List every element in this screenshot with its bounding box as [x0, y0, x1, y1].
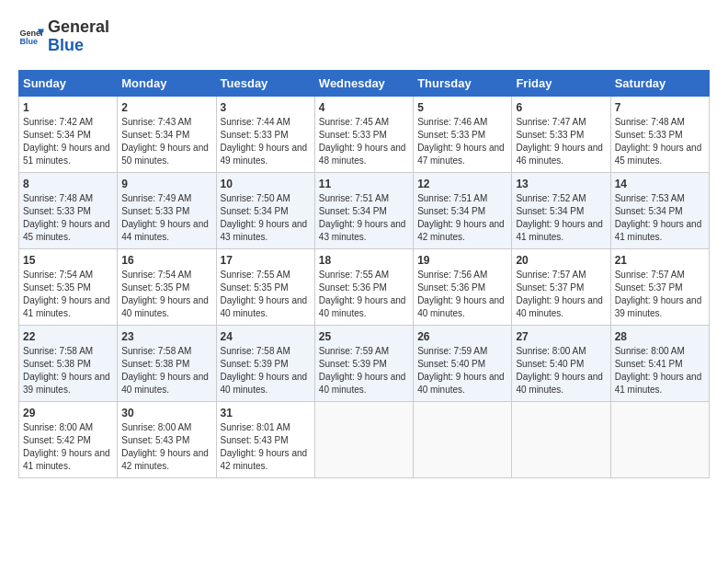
calendar-cell: 23 Sunrise: 7:58 AM Sunset: 5:38 PM Dayl…	[118, 325, 216, 401]
day-number: 14	[615, 178, 705, 190]
calendar-cell	[610, 401, 709, 477]
day-number: 9	[121, 178, 211, 190]
weekday-header-wednesday: Wednesday	[314, 70, 413, 96]
calendar-cell: 21 Sunrise: 7:57 AM Sunset: 5:37 PM Dayl…	[610, 248, 709, 325]
sunrise-label: Sunrise: 7:54 AM	[23, 270, 93, 280]
day-info: Sunrise: 8:00 AM Sunset: 5:43 PM Dayligh…	[121, 421, 211, 473]
daylight-label: Daylight: 9 hours and 40 minutes.	[319, 372, 406, 395]
day-number: 12	[417, 178, 507, 190]
day-info: Sunrise: 7:47 AM Sunset: 5:33 PM Dayligh…	[516, 116, 606, 167]
sunrise-label: Sunrise: 7:46 AM	[417, 117, 487, 127]
calendar-cell: 2 Sunrise: 7:43 AM Sunset: 5:34 PM Dayli…	[118, 96, 216, 172]
sunrise-label: Sunrise: 7:53 AM	[615, 193, 685, 203]
sunset-label: Sunset: 5:33 PM	[121, 206, 189, 216]
calendar-week-row: 15 Sunrise: 7:54 AM Sunset: 5:35 PM Dayl…	[19, 248, 710, 325]
sunrise-label: Sunrise: 7:59 AM	[417, 346, 487, 356]
day-info: Sunrise: 7:55 AM Sunset: 5:36 PM Dayligh…	[319, 269, 409, 320]
day-number: 25	[319, 330, 409, 343]
calendar-cell: 12 Sunrise: 7:51 AM Sunset: 5:34 PM Dayl…	[414, 172, 512, 248]
sunrise-label: Sunrise: 8:00 AM	[516, 346, 586, 356]
day-number: 18	[319, 254, 409, 267]
day-info: Sunrise: 7:44 AM Sunset: 5:33 PM Dayligh…	[221, 116, 311, 167]
svg-text:Blue: Blue	[19, 37, 38, 46]
daylight-label: Daylight: 9 hours and 40 minutes.	[121, 295, 209, 318]
daylight-label: Daylight: 9 hours and 41 minutes.	[615, 372, 702, 395]
calendar-cell	[314, 401, 413, 477]
sunrise-label: Sunrise: 8:01 AM	[221, 422, 290, 432]
calendar-cell: 13 Sunrise: 7:52 AM Sunset: 5:34 PM Dayl…	[512, 172, 610, 248]
day-number: 3	[221, 101, 311, 114]
sunset-label: Sunset: 5:43 PM	[221, 435, 289, 445]
sunrise-label: Sunrise: 8:00 AM	[121, 422, 191, 432]
day-number: 13	[516, 178, 606, 190]
sunset-label: Sunset: 5:33 PM	[516, 130, 584, 140]
calendar-cell: 14 Sunrise: 7:53 AM Sunset: 5:34 PM Dayl…	[610, 172, 709, 248]
day-number: 20	[516, 254, 606, 267]
daylight-label: Daylight: 9 hours and 48 minutes.	[319, 143, 406, 166]
weekday-header-sunday: Sunday	[19, 70, 118, 96]
sunrise-label: Sunrise: 7:59 AM	[319, 346, 389, 356]
daylight-label: Daylight: 9 hours and 42 minutes.	[417, 219, 505, 242]
daylight-label: Daylight: 9 hours and 39 minutes.	[615, 295, 702, 318]
daylight-label: Daylight: 9 hours and 40 minutes.	[516, 295, 603, 318]
calendar-cell: 5 Sunrise: 7:46 AM Sunset: 5:33 PM Dayli…	[414, 96, 512, 172]
calendar-cell: 16 Sunrise: 7:54 AM Sunset: 5:35 PM Dayl…	[118, 248, 216, 325]
sunset-label: Sunset: 5:33 PM	[319, 130, 387, 140]
sunset-label: Sunset: 5:35 PM	[121, 282, 189, 293]
daylight-label: Daylight: 9 hours and 42 minutes.	[121, 448, 209, 471]
calendar-cell: 24 Sunrise: 7:58 AM Sunset: 5:39 PM Dayl…	[216, 325, 314, 401]
calendar-cell: 7 Sunrise: 7:48 AM Sunset: 5:33 PM Dayli…	[610, 96, 709, 172]
daylight-label: Daylight: 9 hours and 42 minutes.	[221, 448, 308, 471]
day-number: 24	[221, 330, 311, 343]
logo: General Blue General Blue	[18, 18, 109, 55]
sunrise-label: Sunrise: 7:42 AM	[23, 117, 93, 127]
daylight-label: Daylight: 9 hours and 49 minutes.	[221, 143, 308, 166]
daylight-label: Daylight: 9 hours and 40 minutes.	[221, 372, 308, 395]
day-number: 10	[221, 178, 311, 190]
sunset-label: Sunset: 5:33 PM	[615, 130, 683, 140]
daylight-label: Daylight: 9 hours and 40 minutes.	[221, 295, 308, 318]
day-info: Sunrise: 7:46 AM Sunset: 5:33 PM Dayligh…	[417, 116, 507, 167]
day-info: Sunrise: 7:54 AM Sunset: 5:35 PM Dayligh…	[23, 269, 113, 320]
daylight-label: Daylight: 9 hours and 51 minutes.	[23, 143, 110, 166]
sunset-label: Sunset: 5:42 PM	[23, 435, 91, 445]
weekday-header-saturday: Saturday	[610, 70, 709, 96]
day-info: Sunrise: 7:43 AM Sunset: 5:34 PM Dayligh…	[121, 116, 211, 167]
sunrise-label: Sunrise: 7:58 AM	[23, 346, 93, 356]
day-info: Sunrise: 7:59 AM Sunset: 5:40 PM Dayligh…	[417, 345, 507, 396]
sunset-label: Sunset: 5:34 PM	[417, 206, 485, 216]
day-info: Sunrise: 7:58 AM Sunset: 5:38 PM Dayligh…	[23, 345, 113, 396]
daylight-label: Daylight: 9 hours and 47 minutes.	[417, 143, 505, 166]
logo-text: General Blue	[48, 18, 109, 55]
sunrise-label: Sunrise: 7:44 AM	[221, 117, 290, 127]
daylight-label: Daylight: 9 hours and 45 minutes.	[615, 143, 702, 166]
sunrise-label: Sunrise: 7:52 AM	[516, 193, 586, 203]
sunset-label: Sunset: 5:34 PM	[121, 130, 189, 140]
sunset-label: Sunset: 5:36 PM	[319, 282, 387, 293]
day-number: 2	[121, 101, 211, 114]
day-info: Sunrise: 7:53 AM Sunset: 5:34 PM Dayligh…	[615, 192, 705, 244]
sunrise-label: Sunrise: 7:43 AM	[121, 117, 191, 127]
calendar-cell: 31 Sunrise: 8:01 AM Sunset: 5:43 PM Dayl…	[216, 401, 314, 477]
day-info: Sunrise: 8:00 AM Sunset: 5:40 PM Dayligh…	[516, 345, 606, 396]
daylight-label: Daylight: 9 hours and 41 minutes.	[615, 219, 702, 242]
day-number: 4	[319, 101, 409, 114]
daylight-label: Daylight: 9 hours and 40 minutes.	[516, 372, 603, 395]
daylight-label: Daylight: 9 hours and 46 minutes.	[516, 143, 603, 166]
sunrise-label: Sunrise: 8:00 AM	[23, 422, 93, 432]
calendar-cell: 10 Sunrise: 7:50 AM Sunset: 5:34 PM Dayl…	[216, 172, 314, 248]
sunrise-label: Sunrise: 7:47 AM	[516, 117, 586, 127]
sunrise-label: Sunrise: 7:55 AM	[319, 270, 389, 280]
day-info: Sunrise: 7:58 AM Sunset: 5:38 PM Dayligh…	[121, 345, 211, 396]
sunset-label: Sunset: 5:38 PM	[121, 359, 189, 369]
day-info: Sunrise: 7:58 AM Sunset: 5:39 PM Dayligh…	[221, 345, 311, 396]
calendar-week-row: 22 Sunrise: 7:58 AM Sunset: 5:38 PM Dayl…	[19, 325, 710, 401]
day-info: Sunrise: 7:49 AM Sunset: 5:33 PM Dayligh…	[121, 192, 211, 244]
sunset-label: Sunset: 5:33 PM	[23, 206, 91, 216]
day-number: 23	[121, 330, 211, 343]
sunset-label: Sunset: 5:35 PM	[23, 282, 91, 293]
day-info: Sunrise: 7:57 AM Sunset: 5:37 PM Dayligh…	[516, 269, 606, 320]
sunrise-label: Sunrise: 8:00 AM	[615, 346, 685, 356]
day-number: 17	[221, 254, 311, 267]
sunrise-label: Sunrise: 7:55 AM	[221, 270, 290, 280]
